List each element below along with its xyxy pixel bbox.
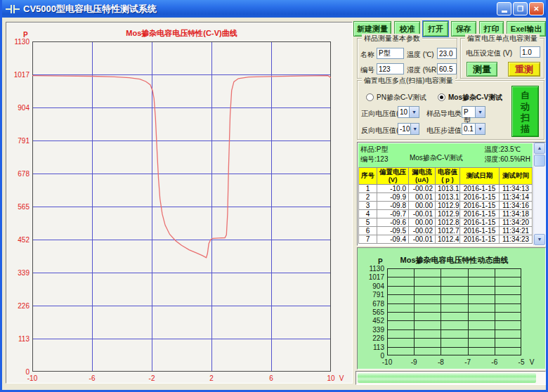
y-tick-label: 339 bbox=[6, 269, 30, 277]
single-point-group: 偏置电压单点电容测量 电压设定值 (V) 测量 重测 bbox=[460, 38, 544, 79]
sample-id-input[interactable] bbox=[377, 63, 404, 74]
restore-button[interactable]: ❐ bbox=[513, 2, 528, 15]
table-cell: -09.4 bbox=[377, 235, 409, 244]
col-capacitance[interactable]: 电容值 ( p ) bbox=[436, 168, 460, 185]
chevron-down-icon[interactable]: ▼ bbox=[410, 124, 419, 134]
scroll-thumb[interactable] bbox=[534, 155, 545, 166]
radio-pn-option[interactable]: PN掺杂C-V测试 bbox=[366, 90, 426, 103]
y-tick-label: 452 bbox=[6, 236, 30, 244]
x-unit-label: V bbox=[337, 374, 346, 382]
radio-mos-option[interactable]: Mos掺杂C-V测试 bbox=[438, 90, 502, 103]
table-cell: 00.00 bbox=[409, 202, 436, 210]
temp-label: 温度 (℃) bbox=[407, 50, 434, 60]
table-row[interactable]: 2-09.900.011013.12016-1-1511:34:14 bbox=[359, 193, 533, 202]
y-tick-label: 791 bbox=[358, 291, 384, 299]
minimize-button[interactable] bbox=[497, 2, 511, 15]
temp-text: 温度:23.5℃ bbox=[484, 145, 530, 155]
step-voltage-value: 0.1 bbox=[462, 124, 475, 134]
y-tick-label: 1130 bbox=[6, 38, 30, 46]
table-cell: 11:34:14 bbox=[500, 193, 533, 202]
sweep-group: 偏置电压多点(扫描)电容测量 PN掺杂C-V测试 Mos掺杂C-V测试 正向电压… bbox=[357, 80, 544, 140]
table-cell: 2016-1-15 bbox=[460, 185, 500, 193]
table-cell: 3 bbox=[359, 202, 377, 210]
humidity-input[interactable] bbox=[437, 63, 457, 74]
sample-name-input[interactable] bbox=[377, 48, 404, 59]
step-voltage-select[interactable]: 0.1 ▼ bbox=[462, 123, 485, 135]
auto-scan-button[interactable]: 自 动 扫 描 bbox=[511, 86, 539, 137]
dynamic-cv-chart: Mos掺杂电容电压特性动态曲线P113010179047916785654523… bbox=[358, 248, 545, 369]
close-button[interactable]: ✕ bbox=[529, 2, 544, 15]
chevron-down-icon[interactable]: ▼ bbox=[475, 107, 485, 117]
scroll-up-button[interactable]: ▲ bbox=[534, 143, 545, 154]
id-label: 编号 bbox=[360, 65, 374, 75]
table-cell: 1 bbox=[359, 185, 377, 193]
table-scrollbar[interactable]: ▲ ▼ bbox=[533, 143, 545, 245]
table-cell: 1012.9 bbox=[436, 202, 460, 210]
sample-params-group: 样品测量基本参数 名称 温度 (℃) 编号 湿度 (%RH) bbox=[357, 38, 457, 79]
table-row[interactable]: 6-09.5-00.021012.72016-1-1511:34:21 bbox=[359, 227, 533, 235]
main-cv-chart: Mos掺杂电容电压特性(C-V)曲线P113010179047916785654… bbox=[6, 22, 352, 383]
x-tick-label: 2 bbox=[201, 374, 222, 382]
results-table-panel: 样品:P型 编号:123 Mos掺杂C-V测试 温度:23.5℃ 湿度:60.5… bbox=[357, 142, 546, 246]
chevron-down-icon[interactable]: ▼ bbox=[409, 107, 419, 117]
sample-id-text: 编号:123 bbox=[360, 155, 388, 164]
x-tick-label: 6 bbox=[261, 374, 282, 382]
table-cell: 2016-1-15 bbox=[460, 202, 500, 210]
col-bias-voltage[interactable]: 偏置电压 (V) bbox=[377, 168, 409, 185]
col-test-date[interactable]: 测试日期 bbox=[460, 168, 500, 185]
table-cell: 6 bbox=[359, 227, 377, 235]
y-tick-label: 1017 bbox=[6, 71, 30, 79]
y-tick-label: 1130 bbox=[358, 265, 384, 273]
results-table-inner: 样品:P型 编号:123 Mos掺杂C-V测试 温度:23.5℃ 湿度:60.5… bbox=[358, 143, 533, 244]
minimize-icon bbox=[502, 11, 507, 13]
sample-info: 样品:P型 编号:123 bbox=[360, 145, 388, 167]
table-cell: 2 bbox=[359, 193, 377, 202]
table-row[interactable]: 5-09.600.001012.82016-1-1511:34:20 bbox=[359, 218, 533, 227]
col-leak-current[interactable]: 漏电流 (uA) bbox=[409, 168, 436, 185]
table-cell: 00.00 bbox=[409, 218, 436, 227]
cv-curve bbox=[32, 76, 331, 258]
temp-input[interactable] bbox=[437, 48, 457, 59]
remeasure-button[interactable]: 重测 bbox=[508, 62, 540, 77]
x-tick-label: -10 bbox=[377, 358, 398, 366]
table-cell: -09.7 bbox=[377, 210, 409, 218]
y-tick-label: 678 bbox=[6, 170, 30, 178]
table-cell: 5 bbox=[359, 218, 377, 227]
table-cell: -00.01 bbox=[409, 210, 436, 218]
table-cell: 2016-1-15 bbox=[460, 193, 500, 202]
forward-voltage-select[interactable]: 10 ▼ bbox=[398, 106, 419, 118]
x-tick-label: -2 bbox=[141, 374, 162, 382]
dynamic-chart-panel: Mos掺杂电容电压特性动态曲线P113010179047916785654523… bbox=[357, 247, 546, 370]
table-row[interactable]: 3-09.800.001012.92016-1-1511:34:16 bbox=[359, 202, 533, 210]
col-index[interactable]: 序号 bbox=[359, 168, 377, 185]
chart-title: Mos掺杂电容电压特性(C-V)曲线 bbox=[32, 28, 331, 39]
col-test-time[interactable]: 测试时间 bbox=[500, 168, 533, 185]
table-row[interactable]: 4-09.7-00.011012.92016-1-1511:34:18 bbox=[359, 210, 533, 218]
chevron-down-icon[interactable]: ▼ bbox=[475, 124, 485, 134]
env-info: 温度:23.5℃ 湿度:60.5%RH bbox=[484, 145, 530, 167]
y-tick-label: 1017 bbox=[358, 273, 384, 281]
reverse-voltage-value: -10 bbox=[398, 124, 410, 134]
app-window: CV5000型电容电压特性测试系统 ❐ ✕ Mos掺杂电容电压特性(C-V)曲线… bbox=[0, 0, 548, 392]
radio-pn-icon[interactable] bbox=[366, 93, 374, 101]
radio-mos-icon[interactable] bbox=[438, 93, 445, 101]
scroll-down-button[interactable]: ▼ bbox=[534, 234, 545, 245]
sample-type-select[interactable]: P型 ▼ bbox=[462, 106, 485, 118]
table-info-header: 样品:P型 编号:123 Mos掺杂C-V测试 温度:23.5℃ 湿度:60.5… bbox=[358, 143, 533, 167]
table-cell: 2016-1-15 bbox=[460, 227, 500, 235]
open-button[interactable]: 打开 bbox=[423, 21, 448, 37]
radio-mos-label: Mos掺杂C-V测试 bbox=[448, 93, 502, 101]
reverse-voltage-select[interactable]: -10 ▼ bbox=[398, 123, 419, 135]
set-voltage-input[interactable] bbox=[520, 46, 540, 58]
close-icon: ✕ bbox=[533, 5, 539, 13]
radio-pn-label: PN掺杂C-V测试 bbox=[377, 93, 426, 101]
y-tick-label: 904 bbox=[358, 282, 384, 290]
table-row[interactable]: 7-09.4-00.011012.42016-1-1511:34:23 bbox=[359, 235, 533, 244]
table-row[interactable]: 1-10.0-00.021013.12016-1-1511:34:13 bbox=[359, 185, 533, 193]
table-cell: -09.6 bbox=[377, 218, 409, 227]
chart-plot-area bbox=[32, 41, 331, 372]
set-voltage-label: 电压设定值 (V) bbox=[466, 48, 512, 58]
table-cell: 1012.9 bbox=[436, 210, 460, 218]
y-tick-label: 226 bbox=[6, 302, 30, 310]
measure-button[interactable]: 测量 bbox=[467, 62, 497, 77]
